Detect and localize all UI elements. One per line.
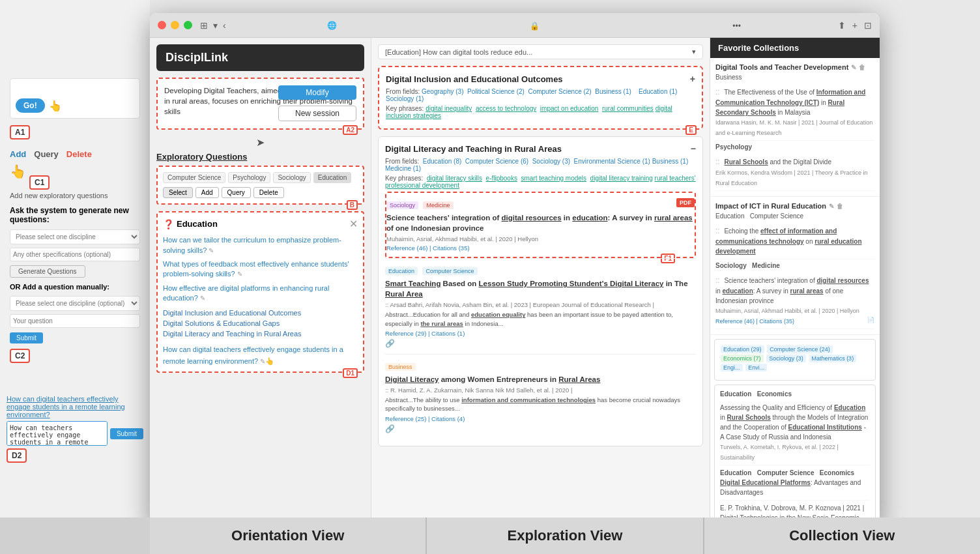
collection1-edit[interactable]: ✎: [851, 64, 856, 71]
kw-digital-inequality[interactable]: digital inequality: [425, 105, 472, 112]
arrow-icon: ➤: [156, 136, 364, 149]
new-session-button[interactable]: New session: [278, 106, 356, 121]
field-business[interactable]: Business (1): [595, 88, 631, 95]
collection2-delete[interactable]: 🗑: [837, 203, 843, 210]
c2-education[interactable]: Education (8): [423, 158, 461, 165]
browser-window: ⊞ ▾ ‹ 🌐 🔒 ••• ⬆ + ⊡ DisciplLink Developi…: [150, 13, 880, 528]
titlebar-nav: ⊞ ▾ ‹: [200, 20, 226, 31]
paper-1: Sociology Medicine Science teachers' int…: [385, 192, 696, 258]
collection1-paper1: :: The Effectiveness of the Use of Infor…: [715, 83, 874, 141]
eq-delete-btn[interactable]: Delete: [253, 187, 284, 198]
drag-icon-2: ::: [715, 157, 720, 166]
card2-header: Digital Literacy and Teaching in Rural A…: [385, 143, 696, 154]
submit-button[interactable]: Submit: [10, 332, 43, 343]
card-digital-inclusion: Digital Inclusion and Educational Outcom…: [378, 66, 703, 130]
field-polsci[interactable]: Political Science (2): [467, 88, 525, 95]
generate-questions-button[interactable]: Generate Questions: [10, 265, 85, 278]
edit-icon-4[interactable]: ✎: [260, 358, 265, 365]
minimize-button[interactable]: [171, 21, 179, 29]
add-button[interactable]: Add: [10, 149, 26, 159]
annotation-d2: D2: [7, 448, 27, 463]
kw2-dlt[interactable]: digital literacy training: [590, 175, 653, 182]
card2-fields: From fields: Education (8) Computer Scie…: [385, 158, 696, 172]
spec-input[interactable]: [10, 248, 140, 261]
eq-buttons: Select Add Query Delete: [163, 187, 358, 198]
research-input[interactable]: Describe your research project: [16, 87, 134, 95]
floating-question-link[interactable]: How can digital teachers effectively eng…: [7, 395, 143, 418]
url-caret[interactable]: ▾: [692, 48, 696, 56]
psychology-tag: Psychology: [715, 143, 874, 151]
collection2-tags: Education Computer Science: [715, 212, 874, 220]
last-question: How can digital teachers effectively eng…: [163, 343, 358, 367]
field-education[interactable]: Education (1): [639, 88, 677, 95]
kw-rural[interactable]: rural communities: [602, 105, 654, 112]
kw-impact[interactable]: impact on education: [540, 105, 599, 112]
outline-3[interactable]: Digital Literacy and Teaching in Rural A…: [163, 328, 358, 339]
eq-add-btn[interactable]: Add: [195, 187, 219, 198]
manual-discipline-select[interactable]: Please select one discipline (optional): [10, 296, 140, 311]
collection2-edit[interactable]: ✎: [829, 203, 834, 210]
pdf-badge-1[interactable]: PDF: [676, 198, 695, 207]
delete-button[interactable]: Delete: [66, 149, 92, 159]
eq-select-btn[interactable]: Select: [163, 187, 193, 198]
card2-expand[interactable]: −: [691, 143, 696, 154]
eq-tabs: Computer Science Psychology Sociology Ed…: [163, 172, 358, 183]
paper3-refs: Reference (25) | Citations (4): [385, 415, 696, 422]
add-questions-label: Add new exploratory questions: [10, 192, 140, 199]
mid-panel: [Education] How can digital tools reduce…: [371, 38, 710, 528]
kw2-stm[interactable]: smart teaching models: [521, 175, 586, 182]
eq-query-btn[interactable]: Query: [222, 187, 251, 198]
outline-2[interactable]: Digital Solutions & Educational Gaps: [163, 318, 358, 328]
close-button[interactable]: [158, 21, 166, 29]
discipline-select[interactable]: Please select one discipline: [10, 229, 140, 244]
query-button[interactable]: Query: [34, 149, 59, 159]
collection1-title: Digital Tools and Teacher Development ✎ …: [715, 63, 874, 71]
research-input-box: Describe your research project Go! 👆: [10, 78, 140, 119]
edu-close-button[interactable]: ✕: [349, 218, 358, 230]
tag-sociology: Sociology: [386, 201, 418, 209]
maximize-button[interactable]: [184, 21, 192, 29]
field-sociology[interactable]: Sociology (1): [386, 95, 424, 102]
kw2-dl[interactable]: digital literacy skills: [427, 175, 482, 182]
outline-1[interactable]: Digital Inclusion and Educational Outcom…: [163, 308, 358, 318]
pdf-icon-right[interactable]: 📄: [867, 316, 874, 325]
annotation-a2: A2: [343, 125, 358, 135]
floating-submit-button[interactable]: Submit: [110, 428, 143, 439]
f3-paper2: Education Computer Science Economics Dig…: [720, 465, 870, 501]
edit-icon-2[interactable]: ✎: [237, 270, 242, 278]
field-compsci[interactable]: Computer Science (2): [528, 88, 591, 95]
c2-compsci[interactable]: Computer Science (6): [465, 158, 528, 165]
edit-icon-1[interactable]: ✎: [209, 247, 214, 254]
c2-envsci[interactable]: Environmental Science (1): [574, 158, 650, 165]
question-3: How effective are digital platforms in e…: [163, 284, 358, 304]
collection1-delete[interactable]: 🗑: [859, 64, 865, 71]
manual-question-input[interactable]: [10, 314, 140, 328]
f2-tag-math: Mathematics (3): [809, 355, 857, 362]
hand-cursor-icon-2: 👆: [10, 164, 26, 179]
kw-access[interactable]: access to technology: [476, 105, 536, 112]
kw2-efb[interactable]: e-flipbooks: [486, 175, 517, 182]
card1-keywords: Key phrases: digital inequality access t…: [386, 105, 695, 119]
exploration-label: Exploration View: [427, 518, 704, 554]
tab-sociology[interactable]: Sociology: [273, 172, 310, 183]
edit-icon-3[interactable]: ✎: [200, 295, 205, 302]
tab-computer-science[interactable]: Computer Science: [163, 172, 225, 183]
c2-sociology[interactable]: Sociology (3): [532, 158, 570, 165]
collection-label: Collection View: [704, 518, 980, 554]
go-button[interactable]: Go!: [16, 98, 45, 113]
tab-education[interactable]: Education: [313, 172, 351, 183]
modify-button[interactable]: Modify: [278, 85, 356, 100]
collection1-tag: Business: [715, 74, 874, 81]
hand-cursor-icon: 👆: [49, 100, 62, 112]
floating-question-input[interactable]: How can teachers effectively engage stud…: [7, 421, 108, 446]
paper1-refs: Reference (46) | Citations (35): [386, 244, 695, 252]
paper3-link[interactable]: 🔗: [385, 424, 395, 433]
c2-medicine[interactable]: Medicine (1): [385, 165, 421, 172]
c2-business[interactable]: Business (1): [652, 158, 689, 165]
url-text: [Education] How can digital tools reduce…: [385, 48, 532, 56]
paper2-title: Smart Teaching Based on Lesson Study Pro…: [385, 278, 696, 299]
card1-expand[interactable]: +: [690, 74, 695, 84]
field-geography[interactable]: Geography (3): [422, 88, 463, 95]
tab-psychology[interactable]: Psychology: [228, 172, 270, 183]
paper2-link[interactable]: 🔗: [385, 339, 395, 348]
